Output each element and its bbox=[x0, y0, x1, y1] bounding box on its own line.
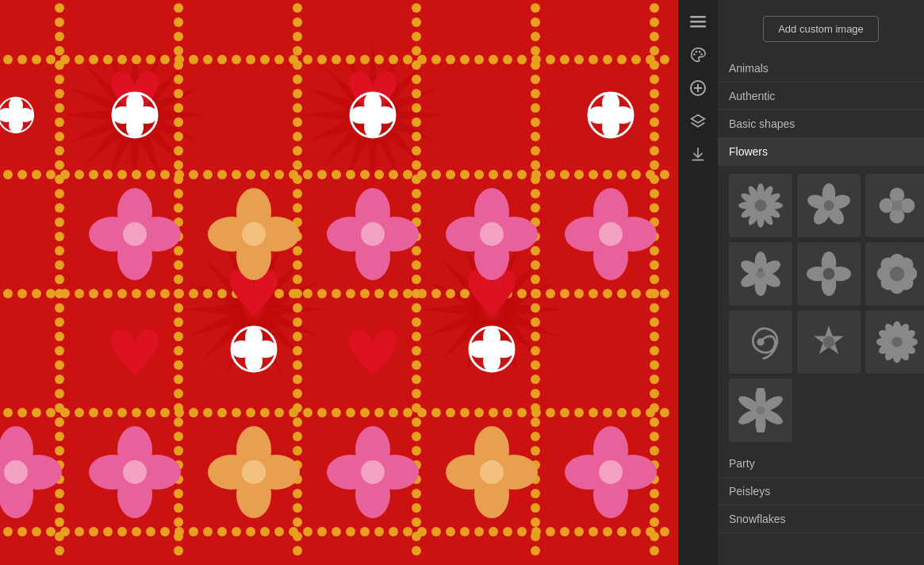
svg-point-233 bbox=[389, 408, 398, 417]
flower-poppy[interactable] bbox=[797, 242, 861, 306]
category-authentic[interactable]: Authentic bbox=[718, 83, 924, 110]
svg-point-320 bbox=[55, 289, 64, 298]
svg-point-631 bbox=[700, 53, 703, 56]
add-icon bbox=[690, 80, 706, 96]
add-custom-image-button[interactable]: Add custom image bbox=[763, 16, 879, 42]
category-peisleys[interactable]: Peisleys bbox=[718, 478, 924, 505]
svg-point-475 bbox=[531, 275, 540, 284]
svg-point-521 bbox=[650, 375, 659, 384]
svg-point-227 bbox=[303, 408, 312, 417]
svg-point-343 bbox=[174, 60, 183, 70]
flower-spiral-rose[interactable] bbox=[729, 310, 792, 374]
svg-point-246 bbox=[574, 408, 584, 417]
flower-clover[interactable] bbox=[865, 174, 924, 237]
svg-point-446 bbox=[412, 417, 421, 427]
category-snowflakes[interactable]: Snowflakes bbox=[718, 505, 924, 533]
svg-point-520 bbox=[650, 360, 659, 370]
svg-point-113 bbox=[17, 170, 27, 179]
download-icon-btn[interactable] bbox=[683, 140, 713, 170]
svg-point-184 bbox=[360, 289, 370, 298]
svg-point-83 bbox=[260, 55, 270, 64]
svg-point-100 bbox=[503, 55, 512, 64]
svg-point-630 bbox=[699, 51, 701, 53]
svg-point-285 bbox=[460, 527, 470, 536]
svg-point-573 bbox=[242, 460, 266, 484]
svg-point-144 bbox=[460, 170, 470, 179]
svg-point-319 bbox=[55, 275, 64, 284]
svg-point-97 bbox=[460, 55, 470, 64]
svg-point-139 bbox=[389, 170, 398, 179]
svg-point-309 bbox=[55, 132, 64, 141]
svg-point-384 bbox=[293, 89, 302, 98]
svg-point-518 bbox=[650, 332, 659, 341]
svg-point-199 bbox=[574, 289, 584, 298]
svg-point-158 bbox=[660, 170, 669, 179]
svg-point-431 bbox=[412, 203, 421, 213]
category-flowers[interactable]: Flowers bbox=[718, 138, 924, 166]
svg-point-301 bbox=[55, 17, 64, 27]
svg-point-284 bbox=[446, 527, 455, 536]
svg-point-519 bbox=[650, 346, 659, 356]
svg-point-70 bbox=[75, 55, 84, 64]
svg-point-339 bbox=[174, 3, 183, 13]
svg-point-186 bbox=[389, 289, 398, 298]
svg-point-308 bbox=[55, 117, 64, 127]
svg-point-225 bbox=[274, 408, 284, 417]
svg-point-130 bbox=[260, 170, 270, 179]
menu-icon-btn[interactable] bbox=[683, 6, 713, 37]
svg-point-474 bbox=[531, 260, 540, 270]
svg-point-81 bbox=[232, 55, 241, 64]
svg-point-459 bbox=[531, 46, 540, 56]
palette-icon-btn[interactable] bbox=[683, 40, 713, 70]
svg-point-407 bbox=[293, 417, 302, 427]
svg-point-496 bbox=[650, 17, 659, 27]
svg-point-398 bbox=[293, 289, 302, 298]
svg-point-272 bbox=[274, 527, 284, 536]
canvas bbox=[0, 0, 678, 565]
svg-point-117 bbox=[75, 170, 84, 179]
svg-point-456 bbox=[531, 3, 540, 13]
svg-point-208 bbox=[32, 408, 41, 417]
svg-point-673 bbox=[823, 268, 835, 280]
svg-point-494 bbox=[531, 546, 540, 555]
svg-point-244 bbox=[546, 408, 555, 417]
flower-round[interactable] bbox=[865, 242, 924, 306]
svg-point-508 bbox=[650, 189, 659, 198]
flower-star[interactable] bbox=[797, 310, 861, 374]
palette-icon bbox=[690, 47, 706, 63]
category-basic-shapes[interactable]: Basic shapes bbox=[718, 110, 924, 138]
add-icon-btn[interactable] bbox=[683, 73, 713, 103]
svg-point-347 bbox=[174, 117, 183, 127]
svg-point-392 bbox=[293, 203, 302, 213]
svg-point-532 bbox=[650, 532, 659, 541]
category-animals[interactable]: Animals bbox=[718, 55, 924, 83]
svg-point-297 bbox=[631, 527, 641, 536]
svg-point-683 bbox=[757, 338, 764, 345]
svg-point-172 bbox=[189, 289, 198, 298]
svg-point-342 bbox=[174, 46, 183, 56]
flower-cherry-blossom[interactable] bbox=[797, 174, 861, 237]
category-party[interactable]: Party bbox=[718, 450, 924, 478]
svg-point-215 bbox=[132, 408, 141, 417]
flower-rose-open[interactable] bbox=[729, 242, 792, 306]
svg-point-137 bbox=[360, 170, 370, 179]
svg-point-311 bbox=[55, 160, 64, 170]
svg-point-164 bbox=[75, 289, 84, 298]
flower-daisy-small[interactable] bbox=[865, 310, 924, 374]
flower-daisy[interactable] bbox=[729, 174, 792, 237]
svg-point-445 bbox=[412, 403, 421, 413]
svg-point-660 bbox=[891, 200, 902, 210]
svg-point-668 bbox=[758, 268, 763, 273]
layers-icon-btn[interactable] bbox=[683, 106, 713, 136]
svg-point-231 bbox=[360, 408, 370, 417]
svg-point-325 bbox=[55, 360, 64, 370]
svg-point-277 bbox=[346, 527, 355, 536]
flower-leaf-star[interactable] bbox=[729, 379, 792, 442]
svg-point-291 bbox=[546, 527, 555, 536]
svg-point-485 bbox=[531, 417, 540, 427]
svg-point-468 bbox=[531, 175, 540, 184]
svg-point-440 bbox=[412, 332, 421, 341]
svg-point-364 bbox=[174, 360, 183, 370]
svg-point-232 bbox=[374, 408, 384, 417]
svg-point-421 bbox=[412, 60, 421, 70]
